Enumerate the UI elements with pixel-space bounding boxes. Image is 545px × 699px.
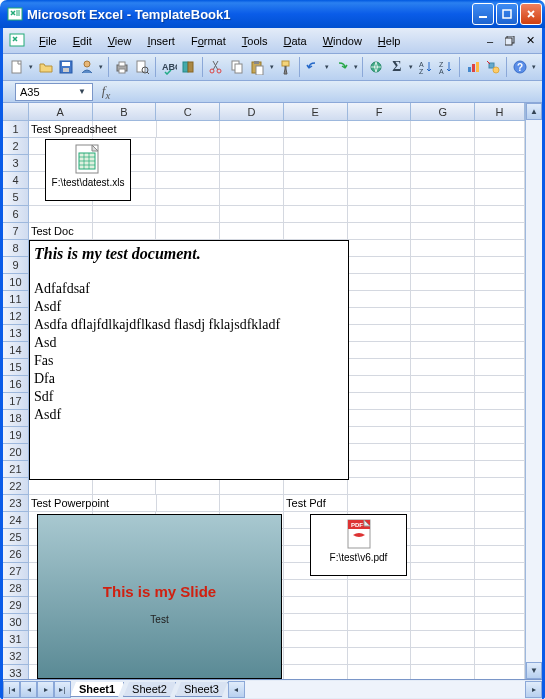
cell-F30[interactable] [348,614,412,631]
cell-H6[interactable] [475,206,525,223]
cell-E28[interactable] [284,580,348,597]
cell-E3[interactable] [284,155,348,172]
tab-nav-first[interactable]: |◂ [3,681,20,698]
tab-nav-prev[interactable]: ◂ [20,681,37,698]
row-header-23[interactable]: 23 [3,495,29,512]
format-painter-button[interactable] [276,56,296,78]
mdi-restore-button[interactable] [503,34,517,48]
cell-H2[interactable] [475,138,525,155]
cell-B23[interactable] [93,495,157,512]
cell-F23[interactable] [348,495,412,512]
cell-F8[interactable] [348,240,412,257]
drawing-button[interactable] [484,56,504,78]
cell-H33[interactable] [475,665,525,679]
cell-F7[interactable] [348,223,412,240]
cell-H20[interactable] [475,444,525,461]
scroll-up-button[interactable]: ▲ [526,103,542,120]
cell-H23[interactable] [475,495,525,512]
row-header-7[interactable]: 7 [3,223,29,240]
cell-C1[interactable] [157,121,221,138]
name-box[interactable]: A35 ▼ [15,83,93,101]
cell-F13[interactable] [348,325,412,342]
vertical-scrollbar[interactable]: ▲ ▼ [525,103,542,679]
cell-G5[interactable] [411,189,475,206]
cell-C23[interactable] [157,495,221,512]
insert-function-button[interactable]: fx [93,83,119,101]
cell-D6[interactable] [220,206,284,223]
col-header-F[interactable]: F [348,103,412,120]
row-header-4[interactable]: 4 [3,172,29,189]
cell-D1[interactable] [220,121,284,138]
cell-B6[interactable] [93,206,157,223]
cell-E5[interactable] [284,189,348,206]
cell-H26[interactable] [475,546,525,563]
cell-H28[interactable] [475,580,525,597]
row-header-5[interactable]: 5 [3,189,29,206]
cell-G26[interactable] [411,546,475,563]
cell-A1[interactable]: Test Spreadsheet [29,121,93,138]
cell-B7[interactable] [93,223,157,240]
print-button[interactable] [112,56,132,78]
cell-F1[interactable] [348,121,412,138]
cell-H4[interactable] [475,172,525,189]
cell-F20[interactable] [348,444,412,461]
cell-F9[interactable] [348,257,412,274]
cell-F4[interactable] [348,172,412,189]
cell-E31[interactable] [284,631,348,648]
cell-F33[interactable] [348,665,412,679]
col-header-E[interactable]: E [284,103,348,120]
mdi-close-button[interactable]: ✕ [523,34,537,48]
paste-dropdown[interactable]: ▾ [268,63,275,71]
cell-G6[interactable] [411,206,475,223]
cell-H8[interactable] [475,240,525,257]
cell-H29[interactable] [475,597,525,614]
cell-F12[interactable] [348,308,412,325]
cell-G25[interactable] [411,529,475,546]
undo-button[interactable] [303,56,323,78]
row-header-32[interactable]: 32 [3,648,29,665]
spelling-button[interactable]: ABC [159,56,179,78]
cell-F28[interactable] [348,580,412,597]
embedded-word-object[interactable]: This is my test document. Adfafdsaf Asdf… [29,240,349,480]
chart-wizard-button[interactable] [463,56,483,78]
row-header-19[interactable]: 19 [3,427,29,444]
cell-G18[interactable] [411,410,475,427]
menu-file[interactable]: File [31,32,65,50]
cell-G22[interactable] [411,478,475,495]
cell-H7[interactable] [475,223,525,240]
cell-C22[interactable] [156,478,220,495]
scroll-right-button[interactable]: ▸ [525,681,542,698]
row-header-2[interactable]: 2 [3,138,29,155]
cell-F29[interactable] [348,597,412,614]
paste-button[interactable] [248,56,268,78]
cell-D5[interactable] [220,189,284,206]
cell-H1[interactable] [475,121,525,138]
cell-F11[interactable] [348,291,412,308]
cell-H19[interactable] [475,427,525,444]
cell-F18[interactable] [348,410,412,427]
cell-D23[interactable] [220,495,284,512]
cell-G24[interactable] [411,512,475,529]
cell-G14[interactable] [411,342,475,359]
cell-G15[interactable] [411,359,475,376]
cell-F5[interactable] [348,189,412,206]
row-header-31[interactable]: 31 [3,631,29,648]
cell-F14[interactable] [348,342,412,359]
embedded-powerpoint-object[interactable]: This is my Slide Test [37,514,282,679]
cell-H14[interactable] [475,342,525,359]
col-header-D[interactable]: D [220,103,284,120]
row-header-25[interactable]: 25 [3,529,29,546]
toolbar-options-dropdown[interactable]: ▾ [531,63,538,71]
cell-A7[interactable]: Test Doc [29,223,93,240]
col-header-H[interactable]: H [475,103,525,120]
row-header-3[interactable]: 3 [3,155,29,172]
cell-F32[interactable] [348,648,412,665]
menu-help[interactable]: Help [370,32,409,50]
row-header-27[interactable]: 27 [3,563,29,580]
cell-E22[interactable] [284,478,348,495]
cell-F31[interactable] [348,631,412,648]
cell-C4[interactable] [156,172,220,189]
open-button[interactable] [36,56,56,78]
row-header-11[interactable]: 11 [3,291,29,308]
cell-G17[interactable] [411,393,475,410]
